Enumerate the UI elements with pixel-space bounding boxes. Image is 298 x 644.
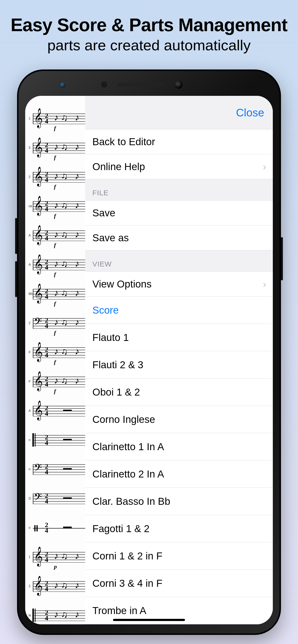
perc-clef-icon — [34, 525, 38, 532]
staff-system: o24 — [30, 517, 85, 546]
time-signature: 24 — [45, 434, 48, 446]
staff-label: Bb — [29, 292, 33, 296]
part-item[interactable]: Clarinetto 1 In A — [85, 433, 273, 460]
menu-online-help[interactable]: Online Help › — [85, 154, 273, 179]
dynamic-mark: f — [54, 330, 56, 336]
sensor-icon — [101, 82, 107, 88]
dynamic-mark: f — [54, 388, 56, 394]
notes-icon: ♪♫ ♪ — [54, 580, 82, 590]
part-label: Corni 1 & 2 in F — [92, 550, 163, 562]
notes-icon: ♪♫ ♪ — [54, 317, 82, 327]
time-signature: 24 — [45, 142, 48, 153]
notes-icon: ♪♫ ♪ — [54, 112, 82, 123]
sensor-icon — [60, 82, 66, 88]
part-label: Corni 3 & 4 in F — [92, 578, 163, 589]
section-header-file: FILE — [85, 179, 273, 200]
menu-view-options[interactable]: View Options › — [85, 272, 273, 296]
time-signature: 24 — [45, 230, 48, 241]
staff-label: A — [29, 262, 31, 266]
screen: 1𝄞24♪♫ ♪f3𝄞24♪♫ ♪f2𝄞24♪♫ ♪foe𝄞24♪♫ ♪fA𝄞2… — [25, 96, 273, 624]
time-signature: 24 — [45, 581, 48, 592]
part-label: Trombe in A — [92, 605, 146, 616]
part-item[interactable]: Corni 1 & 2 in F — [85, 542, 273, 570]
bass-clef-icon: 𝄢 — [34, 317, 42, 329]
part-label: Clarinetto 2 In A — [92, 468, 164, 480]
dynamic-mark: f — [54, 184, 56, 190]
staff-label: 2 — [29, 175, 31, 179]
part-label: Corno Inglese — [92, 414, 155, 425]
sensor-cluster — [101, 80, 197, 89]
staff-label: F — [29, 350, 31, 354]
promo-title: Easy Score & Parts Management — [0, 14, 298, 35]
time-signature: 24 — [45, 347, 48, 358]
time-signature: 24 — [45, 318, 48, 329]
notes-icon: ♪♫ ♪ — [54, 346, 82, 356]
time-signature: 24 — [45, 376, 48, 387]
menu-save-as[interactable]: Save as — [85, 226, 273, 250]
staff-system: Bb𝄞24♪♫ ♪f — [30, 283, 85, 312]
time-signature: 24 — [45, 288, 48, 300]
staff-label: 2 — [29, 584, 31, 588]
part-label: Flauto 1 — [92, 332, 129, 343]
staff-system: 1𝄞24♪♫ ♪f — [30, 108, 85, 137]
menu-save[interactable]: Save — [85, 200, 273, 226]
time-signature: 24 — [45, 610, 48, 621]
part-item[interactable]: Corni 3 & 4 in F — [85, 570, 273, 597]
part-item[interactable]: Fagotti 1 & 2 — [85, 515, 273, 542]
promo-header: Easy Score & Parts Management parts are … — [0, 0, 298, 54]
notes-icon: ♪♫ ♪ — [54, 550, 82, 561]
treble-clef-icon: 𝄞 — [34, 226, 43, 243]
dynamic-mark: f — [54, 125, 56, 132]
staff-system: D𝄢24 — [30, 488, 85, 517]
part-item[interactable]: Flauti 2 & 3 — [85, 351, 273, 378]
alto-clef-icon — [32, 433, 41, 446]
menu-label: Back to Editor — [92, 136, 155, 148]
section-header-view: VIEW — [85, 250, 273, 272]
treble-clef-icon: 𝄞 — [34, 168, 43, 185]
part-item[interactable]: Clarinetto 2 In A — [85, 460, 273, 488]
time-signature: 24 — [45, 464, 48, 475]
menu-back-to-editor[interactable]: Back to Editor — [85, 130, 273, 154]
bass-clef-icon: 𝄢 — [34, 492, 42, 504]
treble-clef-icon: 𝄞 — [34, 343, 43, 360]
dynamic-mark: f — [54, 242, 56, 248]
promo-subtitle: parts are created automatically — [0, 37, 298, 54]
staff-label: 3 — [29, 146, 31, 150]
rest-icon — [63, 439, 72, 440]
rest-icon — [63, 468, 72, 470]
volume-down-button — [15, 261, 17, 297]
bass-clef-icon: 𝄢 — [34, 463, 42, 475]
close-button[interactable]: Close — [236, 106, 264, 119]
part-label: Score — [92, 304, 119, 316]
notes-icon: ♪♫ ♪ — [54, 288, 82, 298]
treble-clef-icon: 𝄞 — [34, 402, 43, 418]
dynamic-mark: f — [54, 154, 56, 161]
phone-frame: 1𝄞24♪♫ ♪f3𝄞24♪♫ ♪f2𝄞24♪♫ ♪foe𝄞24♪♫ ♪fA𝄞2… — [17, 70, 281, 635]
notes-icon: ♪♫ ♪ — [54, 229, 82, 240]
time-signature: 24 — [45, 406, 48, 416]
staff-label: oe — [29, 204, 32, 208]
home-indicator[interactable] — [113, 619, 185, 621]
rest-icon — [63, 498, 72, 499]
menu-label: Save as — [92, 232, 129, 244]
part-item[interactable]: Corno Inglese — [85, 406, 273, 433]
staff-label: 1 — [29, 555, 31, 559]
staff-label: 2 — [29, 321, 31, 325]
part-item[interactable]: Flauto 1 — [85, 324, 273, 351]
part-item[interactable]: Clar. Basso In Bb — [85, 488, 273, 515]
part-label: Fagotti 1 & 2 — [92, 523, 150, 534]
notes-icon: ♪♫ ♪ — [54, 170, 82, 181]
treble-clef-icon: 𝄞 — [34, 139, 43, 156]
staff-system: F𝄞24♪♫ ♪f — [30, 342, 85, 371]
time-signature: 24 — [45, 493, 48, 504]
part-item[interactable]: Score — [85, 296, 273, 324]
staff-system: A𝄞24♪♫ ♪f — [30, 225, 85, 254]
part-item[interactable]: Oboi 1 & 2 — [85, 378, 273, 406]
part-label: Oboi 1 & 2 — [92, 386, 140, 398]
score-page[interactable]: 1𝄞24♪♫ ♪f3𝄞24♪♫ ♪f2𝄞24♪♫ ♪foe𝄞24♪♫ ♪fA𝄞2… — [25, 96, 85, 624]
notes-icon: ♪♫ ♪ — [54, 258, 82, 269]
time-signature: 24 — [45, 259, 48, 270]
notes-icon: ♪♫ ♪ — [54, 375, 82, 386]
rest-icon — [63, 410, 72, 411]
power-button — [281, 237, 283, 280]
